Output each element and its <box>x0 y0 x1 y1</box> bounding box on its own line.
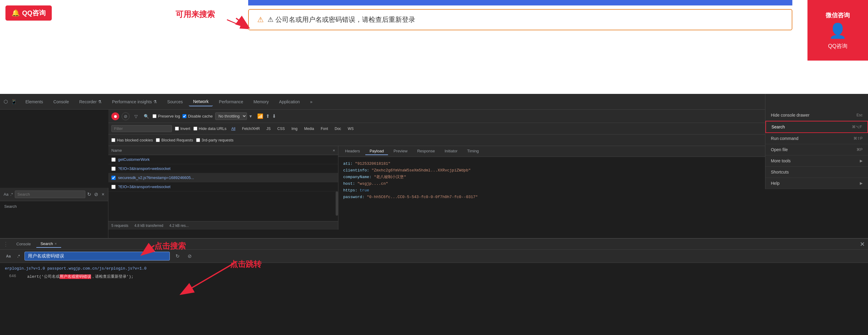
refresh-icon[interactable]: ↻ <box>87 191 91 197</box>
tab-application[interactable]: Application <box>275 97 304 106</box>
tab-search-bottom[interactable]: Search × <box>36 240 61 248</box>
tab-console[interactable]: Console <box>49 97 73 106</box>
sidebar-run-command[interactable]: Run command ⌘⇧P <box>766 133 868 144</box>
resource-size: 4.2 kB res... <box>169 224 189 228</box>
blocked-req-checkbox[interactable]: Blocked Requests <box>156 138 193 142</box>
search-results: erplogin.js?v=1.0 passport.wsgjp.com.cn/… <box>0 263 868 335</box>
tab-elements[interactable]: Elements <box>21 97 47 106</box>
throttling-arrow[interactable]: ▾ <box>249 113 252 119</box>
tab-memory[interactable]: Memory <box>249 97 273 106</box>
tab-console-bottom[interactable]: Console <box>12 241 35 248</box>
filter-doc[interactable]: Doc <box>333 126 343 132</box>
search-sidebar-input[interactable] <box>15 191 85 198</box>
tab-timing[interactable]: Timing <box>463 147 483 155</box>
close-bottom-panel-btn[interactable]: ✕ <box>860 241 865 248</box>
hide-data-checkbox[interactable]: Hide data URLs <box>193 126 227 131</box>
search-refresh-btn[interactable]: ↻ <box>173 252 182 261</box>
network-list-panel: Name × getCustomerWork ?EIO=3&transport=… <box>108 146 338 230</box>
clear-btn[interactable]: ⊘ <box>122 112 129 120</box>
record-btn[interactable]: ⏺ <box>112 112 119 120</box>
svg-line-1 <box>227 20 248 29</box>
sidebar-spacer <box>766 94 868 110</box>
sidebar-search[interactable]: Search ⌘⌥F <box>766 121 868 133</box>
disable-cache-checkbox[interactable]: Disable cache <box>183 114 213 118</box>
search-bottom-input[interactable] <box>25 252 170 260</box>
table-row[interactable]: securesdk_v2.js?timestamp=1689246605... <box>108 173 338 182</box>
filter-input[interactable] <box>112 125 172 132</box>
search-network-btn[interactable]: 🔍 <box>142 112 150 120</box>
website-area: 🔔 QQ咨询 ⚠ ⚠ 公司名或用户名或密码错误，请检查后重新登录 微信咨询 👤 … <box>0 0 868 94</box>
network-main: Name × getCustomerWork ?EIO=3&transport=… <box>108 146 868 230</box>
blue-bar <box>248 0 792 5</box>
tab-sources[interactable]: Sources <box>163 97 187 106</box>
cancel-icon[interactable]: ⊘ <box>94 191 98 197</box>
sidebar-drawer: Hide console drawer Esc Search ⌘⌥F Run c… <box>765 94 868 189</box>
bell-icon: 🔔 <box>11 9 20 17</box>
table-row[interactable]: ?EIO=3&transport=websocket <box>108 164 338 173</box>
sidebar-hide-console[interactable]: Hide console drawer Esc <box>766 110 868 121</box>
tab-performance[interactable]: Performance <box>215 97 247 106</box>
row-checkbox-2[interactable] <box>112 167 116 171</box>
alert-box: ⚠ ⚠ 公司名或用户名或密码错误，请检查后重新登录 <box>248 9 792 30</box>
scrollbar[interactable] <box>336 191 338 216</box>
throttling-select[interactable]: No throttling <box>215 112 247 120</box>
table-row[interactable]: ?EIO=3&transport=websocket <box>108 182 338 191</box>
filter-js[interactable]: JS <box>265 126 272 132</box>
tab-preview[interactable]: Preview <box>389 147 412 155</box>
row-checkbox-4[interactable] <box>112 185 116 189</box>
network-status-bar: 5 requests 4.8 kB transferred 4.2 kB res… <box>108 221 338 230</box>
search-regex-btn[interactable]: .* <box>10 192 13 197</box>
filter-media[interactable]: Media <box>302 126 316 132</box>
bottom-panel: ⋮ Console Search × ✕ Aa .* ↻ ⊘ erplogin.… <box>0 238 868 335</box>
row-name-4[interactable]: ?EIO=3&transport=websocket <box>118 185 170 189</box>
search-case-btn[interactable]: Aa <box>4 253 12 259</box>
invert-checkbox[interactable]: Invert <box>175 126 190 131</box>
third-party-checkbox[interactable]: 3rd-party requests <box>196 138 234 142</box>
preserve-log-checkbox[interactable]: Preserve log <box>153 114 180 118</box>
filter-css[interactable]: CSS <box>275 126 287 132</box>
tab-initiator[interactable]: Initiator <box>440 147 462 155</box>
filter-img[interactable]: Img <box>290 126 299 132</box>
close-search-sidebar-icon[interactable]: × <box>102 192 104 197</box>
result-code-row[interactable]: 646 alert('公司名或用户名或密码错误，请检查后重新登录'); <box>0 272 868 281</box>
sidebar-open-file[interactable]: Open file ⌘P <box>766 144 868 156</box>
tab-recorder[interactable]: Recorder ⚗ <box>75 97 106 106</box>
network-toolbar: ⏺ ⊘ ▽ 🔍 Preserve log Disable cache No th… <box>108 110 868 123</box>
sidebar-help[interactable]: Help ▶ <box>766 178 868 189</box>
device-icon[interactable]: 📱 <box>11 99 17 105</box>
cookie-filter-bar: Has blocked cookies Blocked Requests 3rd… <box>108 135 868 146</box>
row-checkbox-3[interactable] <box>112 176 116 180</box>
tab-more[interactable]: » <box>306 97 317 106</box>
wechat-panel[interactable]: 微信咨询 👤 QQ咨询 <box>807 0 868 61</box>
blocked-cookies-checkbox[interactable]: Has blocked cookies <box>112 138 153 142</box>
result-file-row[interactable]: erplogin.js?v=1.0 passport.wsgjp.com.cn/… <box>0 265 868 272</box>
panel-x-btn[interactable]: × <box>333 148 335 153</box>
tab-performance-insights[interactable]: Performance insights ⚗ <box>108 97 161 106</box>
search-cancel-btn[interactable]: ⊘ <box>185 252 194 261</box>
row-name-3[interactable]: securesdk_v2.js?timestamp=1689246605... <box>118 175 194 180</box>
sidebar-more-tools[interactable]: More tools ▶ <box>766 156 868 167</box>
filter-all[interactable]: All <box>229 126 237 132</box>
col-name: Name <box>112 148 333 153</box>
filter-bar: Invert Hide data URLs All Fetch/XHR JS C… <box>108 123 868 135</box>
tab-response[interactable]: Response <box>413 147 439 155</box>
inspect-icon[interactable]: ⬡ <box>4 99 8 105</box>
close-search-tab[interactable]: × <box>55 242 57 246</box>
sidebar-shortcuts[interactable]: Shortcuts <box>766 167 868 178</box>
row-checkbox-1[interactable] <box>112 158 116 162</box>
row-name-2[interactable]: ?EIO=3&transport=websocket <box>118 166 170 171</box>
filter-font[interactable]: Font <box>319 126 330 132</box>
tab-headers[interactable]: Headers <box>341 147 364 155</box>
search-aa-btn[interactable]: Aa <box>4 192 8 197</box>
scrollbar-space <box>108 191 338 216</box>
row-name-1[interactable]: getCustomerWork <box>118 157 150 162</box>
tab-payload[interactable]: Payload <box>365 147 388 155</box>
filter-ws[interactable]: WS <box>346 126 355 132</box>
bottom-search-bar: Aa .* ↻ ⊘ <box>0 250 868 263</box>
search-regex-btn[interactable]: .* <box>16 253 22 259</box>
qq-consult-button[interactable]: 🔔 QQ咨询 <box>5 5 52 21</box>
tab-network[interactable]: Network <box>189 97 213 106</box>
filter-fetch-xhr[interactable]: Fetch/XHR <box>240 126 262 132</box>
filter-btn[interactable]: ▽ <box>132 112 140 120</box>
table-row[interactable]: getCustomerWork <box>108 155 338 164</box>
